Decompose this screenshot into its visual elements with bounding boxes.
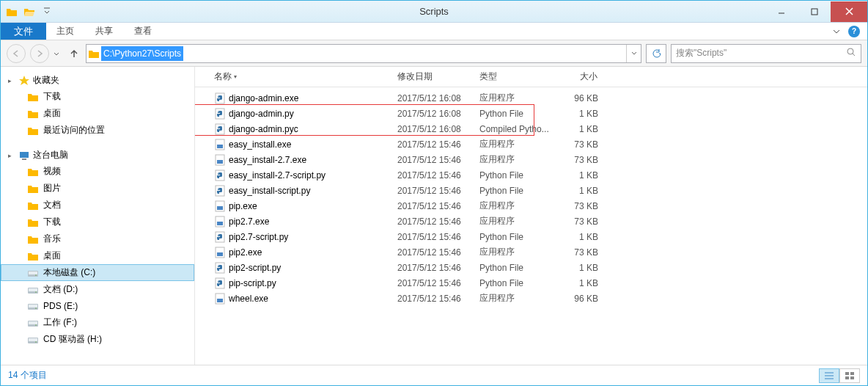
- svg-rect-17: [29, 338, 37, 341]
- drive-icon: [27, 267, 39, 279]
- nav-item[interactable]: 文档: [1, 197, 194, 214]
- nav-item[interactable]: 视频: [1, 163, 194, 180]
- drive-icon: [27, 166, 39, 178]
- nav-item[interactable]: 桌面: [1, 105, 194, 122]
- file-row[interactable]: easy_install-script.py2017/5/12 15:46Pyt…: [195, 183, 867, 198]
- chevron-down-icon: ▸: [8, 152, 15, 159]
- folder-icon: [27, 108, 39, 120]
- nav-item[interactable]: 工作 (F:): [1, 314, 194, 331]
- nav-thispc-label: 这台电脑: [33, 149, 68, 161]
- drive-icon: [27, 216, 39, 228]
- file-row[interactable]: django-admin.exe2017/5/12 16:08应用程序96 KB: [195, 90, 867, 106]
- nav-item[interactable]: 文档 (D:): [1, 281, 194, 298]
- quick-access-toolbar: [1, 4, 58, 20]
- file-list[interactable]: django-admin.exe2017/5/12 16:08应用程序96 KB…: [195, 87, 867, 365]
- svg-rect-50: [850, 376, 854, 379]
- svg-rect-40: [217, 252, 223, 256]
- search-input[interactable]: 搜索"Scripts": [671, 44, 861, 63]
- address-path[interactable]: C:\Python27\Scripts: [101, 46, 183, 61]
- file-row[interactable]: django-admin.py2017/5/12 16:08Python Fil…: [195, 106, 867, 121]
- file-icon: [214, 216, 226, 227]
- file-row[interactable]: easy_install-2.7.exe2017/5/12 15:46应用程序7…: [195, 152, 867, 167]
- file-icon: [214, 123, 226, 135]
- drive-icon: [27, 250, 39, 262]
- file-row[interactable]: pip2.7-script.py2017/5/12 15:46Python Fi…: [195, 229, 867, 244]
- recent-dropdown[interactable]: [54, 48, 62, 59]
- nav-item[interactable]: 图片: [1, 180, 194, 197]
- column-header-name[interactable]: 名称▾: [208, 70, 391, 83]
- svg-rect-46: [217, 299, 223, 302]
- nav-favorites-label: 收藏夹: [33, 74, 59, 87]
- ribbon-tab-view[interactable]: 查看: [124, 23, 163, 40]
- nav-item[interactable]: 下载: [1, 214, 194, 230]
- file-row[interactable]: pip.exe2017/5/12 15:46应用程序73 KB: [195, 198, 867, 214]
- content-area: ▸ 收藏夹 下载桌面最近访问的位置 ▸ 这台电脑 视频图片文档下载音乐桌面本地磁…: [1, 67, 867, 365]
- svg-point-32: [218, 188, 218, 189]
- help-icon[interactable]: ?: [848, 26, 860, 37]
- nav-favorites-header[interactable]: ▸ 收藏夹: [1, 73, 194, 88]
- file-row[interactable]: easy_install-2.7-script.py2017/5/12 15:4…: [195, 167, 867, 183]
- minimize-button[interactable]: [765, 1, 798, 22]
- refresh-button[interactable]: [646, 44, 666, 63]
- back-button[interactable]: [7, 44, 26, 63]
- ribbon-tab-share[interactable]: 共享: [85, 23, 124, 40]
- file-row[interactable]: easy_install.exe2017/5/12 15:46应用程序73 KB: [195, 136, 867, 152]
- close-button[interactable]: [831, 1, 867, 22]
- column-header-type[interactable]: 类型: [474, 70, 559, 83]
- forward-button[interactable]: [30, 44, 49, 63]
- address-bar[interactable]: C:\Python27\Scripts: [86, 44, 641, 63]
- statusbar: 14 个项目: [1, 365, 867, 385]
- search-placeholder: 搜索"Scripts": [676, 47, 727, 59]
- file-icon: [214, 277, 226, 289]
- qat-chevron-icon[interactable]: [39, 4, 55, 20]
- nav-item[interactable]: CD 驱动器 (H:): [1, 331, 194, 348]
- svg-point-42: [218, 265, 218, 266]
- address-dropdown[interactable]: [626, 45, 641, 62]
- computer-icon: [18, 150, 30, 161]
- ribbon-expand-icon[interactable]: [831, 26, 842, 37]
- nav-item[interactable]: 本地磁盘 (C:): [1, 264, 194, 281]
- drive-icon: [27, 233, 39, 245]
- file-list-pane: 名称▾ 修改日期 类型 大小 django-admin.exe2017/5/12…: [195, 67, 867, 365]
- svg-rect-2: [20, 152, 29, 158]
- svg-rect-0: [812, 9, 817, 15]
- file-row[interactable]: wheel.exe2017/5/12 15:46应用程序96 KB: [195, 291, 867, 306]
- window-title: Scripts: [419, 6, 449, 17]
- file-row[interactable]: pip2-script.py2017/5/12 15:46Python File…: [195, 260, 867, 275]
- file-row[interactable]: pip2.exe2017/5/12 15:46应用程序73 KB: [195, 244, 867, 260]
- nav-item[interactable]: 最近访问的位置: [1, 122, 194, 139]
- ribbon-file-tab[interactable]: 文件: [1, 23, 46, 40]
- titlebar: Scripts: [1, 1, 867, 23]
- nav-item[interactable]: 音乐: [1, 230, 194, 247]
- view-details-button[interactable]: [819, 368, 839, 383]
- drive-icon: [27, 200, 39, 211]
- view-icons-button[interactable]: [839, 368, 860, 383]
- column-header-size[interactable]: 大小: [559, 70, 604, 83]
- up-button[interactable]: [67, 46, 81, 61]
- file-row[interactable]: pip-script.py2017/5/12 15:46Python File1…: [195, 275, 867, 291]
- column-headers: 名称▾ 修改日期 类型 大小: [195, 67, 867, 87]
- svg-rect-48: [850, 372, 854, 375]
- drive-icon: [27, 334, 39, 346]
- file-row[interactable]: django-admin.pyc2017/5/12 16:08Compiled …: [195, 121, 867, 136]
- column-header-date[interactable]: 修改日期: [391, 70, 474, 83]
- svg-point-12: [35, 307, 37, 309]
- nav-thispc-header[interactable]: ▸ 这台电脑: [1, 148, 194, 163]
- svg-point-24: [218, 126, 218, 127]
- svg-point-30: [218, 172, 218, 173]
- nav-item[interactable]: 桌面: [1, 247, 194, 264]
- file-icon: [214, 92, 226, 104]
- system-menu-icon[interactable]: [4, 4, 20, 20]
- nav-item[interactable]: 下载: [1, 88, 194, 105]
- maximize-button[interactable]: [798, 1, 831, 22]
- file-row[interactable]: pip2.7.exe2017/5/12 15:46应用程序73 KB: [195, 214, 867, 229]
- svg-point-6: [35, 274, 37, 276]
- file-icon: [214, 108, 226, 120]
- qat-open-icon[interactable]: [21, 4, 37, 20]
- file-icon: [214, 293, 226, 305]
- nav-item[interactable]: PDS (E:): [1, 298, 194, 314]
- ribbon-tab-home[interactable]: 主页: [46, 23, 85, 40]
- ribbon-tabs: 文件 主页 共享 查看 ?: [1, 23, 867, 40]
- navigation-pane[interactable]: ▸ 收藏夹 下载桌面最近访问的位置 ▸ 这台电脑 视频图片文档下载音乐桌面本地磁…: [1, 67, 195, 365]
- svg-point-18: [35, 341, 37, 343]
